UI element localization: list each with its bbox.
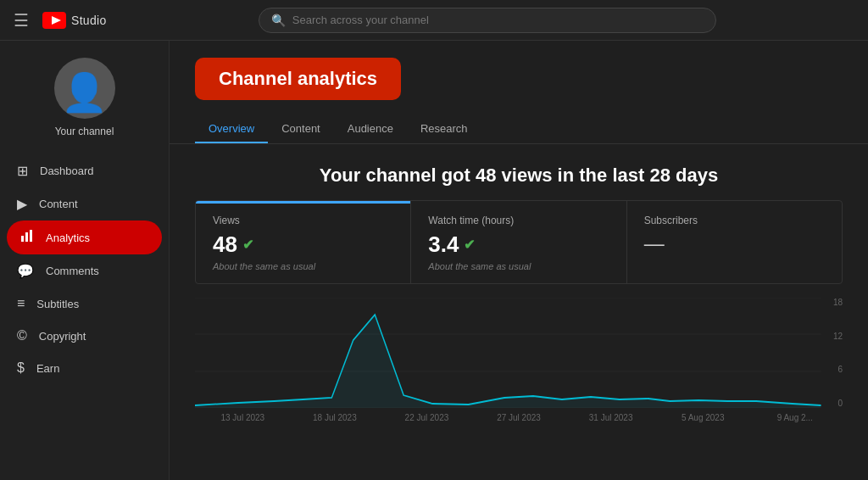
- search-input[interactable]: [292, 14, 704, 26]
- sidebar-item-subtitles[interactable]: ≡ Subtitles: [0, 287, 169, 320]
- avatar-area: 👤 Your channel: [54, 58, 115, 137]
- page-title: Channel analytics: [195, 58, 401, 100]
- earn-icon: $: [17, 360, 25, 376]
- sidebar-item-label: Analytics: [46, 232, 90, 244]
- svg-marker-9: [195, 315, 821, 408]
- metric-card-subscribers[interactable]: Subscribers —: [627, 201, 842, 283]
- top-navigation: ☰ Studio 🔍: [0, 0, 868, 41]
- y-label-12: 12: [833, 332, 843, 341]
- content-icon: ▶: [17, 196, 27, 212]
- analytics-icon: [20, 229, 34, 246]
- metric-card-watchtime[interactable]: Watch time (hours) 3.4 ✔ About the same …: [411, 201, 626, 283]
- chart-x-labels: 13 Jul 2023 18 Jul 2023 22 Jul 2023 27 J…: [195, 413, 843, 422]
- x-label-3: 27 Jul 2023: [473, 413, 565, 422]
- avatar: 👤: [54, 58, 115, 119]
- comments-icon: 💬: [17, 263, 34, 279]
- search-bar[interactable]: 🔍: [259, 8, 716, 33]
- tab-research[interactable]: Research: [407, 114, 481, 143]
- dashboard-icon: ⊞: [17, 163, 28, 179]
- chart-y-axis: 18 12 6 0: [822, 298, 843, 408]
- chart-area: 18 12 6 0 13 Jul 2023 18 Jul 2023 22 Jul…: [195, 298, 843, 425]
- metric-sub-watchtime: About the same as usual: [428, 261, 609, 271]
- metrics-row: Views 48 ✔ About the same as usual Watch…: [195, 200, 843, 284]
- main-content: Channel analytics Overview Content Audie…: [170, 41, 868, 480]
- channel-label: Your channel: [55, 126, 114, 137]
- y-label-0: 0: [837, 399, 843, 408]
- x-label-5: 5 Aug 2023: [657, 413, 749, 422]
- metric-label-subscribers: Subscribers: [644, 215, 825, 226]
- svg-rect-4: [30, 230, 32, 242]
- tabs-row: Overview Content Audience Research: [170, 114, 868, 144]
- header-area: Channel analytics: [170, 41, 868, 114]
- copyright-icon: ©: [17, 328, 27, 343]
- sidebar: 👤 Your channel ⊞ Dashboard ▶ Content Ana…: [0, 41, 170, 480]
- x-label-2: 22 Jul 2023: [381, 413, 473, 422]
- logo-area: Studio: [42, 12, 107, 29]
- sidebar-item-label: Content: [39, 198, 78, 210]
- summary-text: Your channel got 48 views in the last 28…: [170, 144, 868, 200]
- x-label-6: 9 Aug 2...: [748, 413, 841, 422]
- sidebar-item-content[interactable]: ▶ Content: [0, 187, 169, 220]
- sidebar-item-dashboard[interactable]: ⊞ Dashboard: [0, 154, 169, 187]
- tab-overview[interactable]: Overview: [195, 114, 268, 143]
- avatar-person-icon: 👤: [61, 74, 108, 111]
- sidebar-item-label: Subtitles: [36, 298, 79, 310]
- search-icon: 🔍: [271, 14, 286, 27]
- svg-rect-3: [25, 232, 28, 242]
- metric-card-views[interactable]: Views 48 ✔ About the same as usual: [196, 201, 411, 283]
- sidebar-item-comments[interactable]: 💬 Comments: [0, 254, 169, 287]
- subtitles-icon: ≡: [17, 296, 25, 311]
- metric-label-views: Views: [213, 215, 393, 226]
- sidebar-item-label: Copyright: [39, 330, 86, 343]
- tab-audience[interactable]: Audience: [334, 114, 407, 143]
- sidebar-item-label: Dashboard: [40, 165, 94, 177]
- sidebar-item-analytics[interactable]: Analytics: [7, 220, 162, 254]
- x-label-0: 13 Jul 2023: [197, 413, 289, 422]
- y-label-18: 18: [833, 298, 843, 307]
- svg-rect-2: [21, 236, 24, 242]
- body-layout: 👤 Your channel ⊞ Dashboard ▶ Content Ana…: [0, 41, 868, 480]
- sidebar-item-label: Comments: [46, 265, 99, 277]
- studio-label: Studio: [71, 14, 107, 27]
- metric-value-watchtime: 3.4 ✔: [428, 232, 609, 258]
- metric-sub-views: About the same as usual: [213, 261, 393, 271]
- sidebar-item-label: Earn: [36, 362, 59, 375]
- y-label-6: 6: [837, 365, 843, 374]
- x-label-4: 31 Jul 2023: [565, 413, 657, 422]
- youtube-logo-icon: [42, 12, 66, 29]
- menu-icon[interactable]: ☰: [14, 10, 29, 31]
- sidebar-item-earn[interactable]: $ Earn: [0, 352, 169, 384]
- tab-content[interactable]: Content: [268, 114, 334, 143]
- metric-value-views: 48 ✔: [213, 232, 393, 258]
- check-icon-watchtime: ✔: [464, 237, 475, 253]
- metric-value-subscribers: —: [644, 232, 825, 255]
- chart-svg: [195, 298, 843, 408]
- metric-label-watchtime: Watch time (hours): [428, 215, 609, 226]
- sidebar-item-copyright[interactable]: © Copyright: [0, 320, 169, 352]
- check-icon-views: ✔: [242, 237, 253, 253]
- x-label-1: 18 Jul 2023: [289, 413, 381, 422]
